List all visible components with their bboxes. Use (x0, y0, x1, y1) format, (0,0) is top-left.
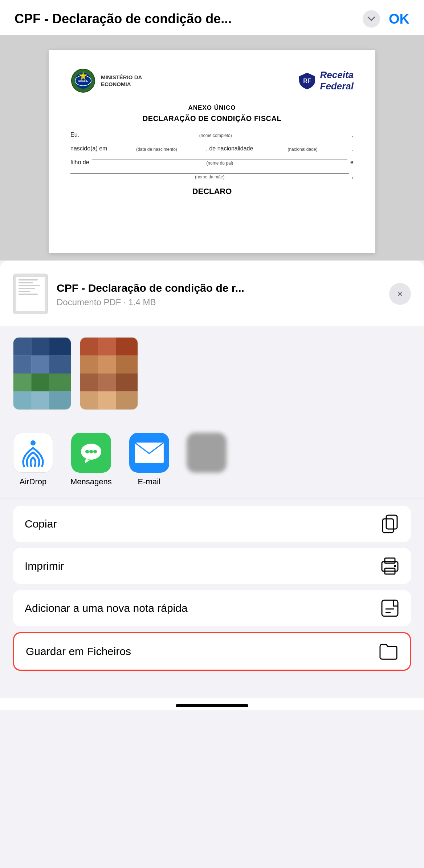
svg-rect-27 (80, 374, 98, 391)
pdf-main-title: DECLARAÇÃO DE CONDIÇÃO FISCAL (70, 114, 354, 123)
pdf-field-nascido: nascido(a) em (data de nascimento) , de … (70, 145, 354, 152)
action-list: Copiar Imprimir (0, 498, 424, 698)
copy-label: Copiar (25, 518, 57, 530)
svg-rect-23 (116, 338, 138, 355)
share-app-blurred[interactable] (187, 433, 227, 487)
svg-text:RF: RF (303, 78, 311, 84)
svg-rect-25 (98, 356, 116, 374)
svg-rect-14 (13, 374, 31, 391)
pdf-anexo-label: ANEXO ÚNICO (70, 104, 354, 112)
action-group-copy: Copiar (13, 506, 411, 542)
svg-rect-11 (13, 356, 31, 374)
email-label: E-mail (138, 477, 160, 487)
pdf-field-filho: filho de (nome do pai) e (70, 159, 354, 166)
share-info: CPF - Declaração de condição de r... Doc… (57, 281, 380, 307)
svg-rect-26 (116, 356, 138, 374)
note-icon (380, 599, 399, 618)
airdrop-app-icon (13, 433, 53, 473)
action-note[interactable]: Adicionar a uma nova nota rápida (13, 590, 411, 626)
svg-point-37 (93, 450, 97, 453)
ok-button[interactable]: OK (389, 11, 409, 27)
svg-point-46 (394, 565, 396, 567)
share-meta: Documento PDF · 1.4 MB (57, 297, 380, 307)
svg-rect-10 (49, 338, 71, 355)
home-bar (176, 704, 248, 707)
recent-thumbnails-row (0, 326, 424, 421)
svg-rect-8 (13, 338, 31, 355)
svg-rect-29 (116, 374, 138, 391)
svg-rect-17 (13, 391, 31, 409)
recent-thumb-1[interactable] (13, 337, 71, 410)
ministry-label: MINISTÉRIO DAECONOMIA (101, 74, 142, 88)
svg-rect-31 (98, 391, 116, 409)
svg-point-35 (85, 450, 89, 453)
rf-logo: RF ReceitaFederal (298, 69, 354, 92)
svg-rect-15 (31, 374, 49, 391)
action-print[interactable]: Imprimir (13, 548, 411, 584)
svg-rect-16 (49, 374, 71, 391)
svg-rect-47 (382, 600, 398, 616)
document-title: CPF - Declaração de condição de... (15, 11, 357, 27)
home-indicator (0, 698, 424, 710)
action-group-note: Adicionar a uma nova nota rápida (13, 590, 411, 626)
note-label: Adicionar a uma nova nota rápida (25, 602, 188, 614)
pdf-preview: BRASIL MINISTÉRIO DAECONOMIA RF ReceitaF… (0, 35, 424, 261)
svg-rect-30 (80, 391, 98, 409)
share-app-email[interactable]: E-mail (129, 433, 169, 487)
svg-rect-42 (383, 519, 394, 533)
share-filename: CPF - Declaração de condição de r... (57, 281, 380, 295)
share-sheet: CPF - Declaração de condição de r... Doc… (0, 261, 424, 868)
mail-app-icon (129, 433, 169, 473)
svg-rect-13 (49, 356, 71, 374)
share-document-thumbnail (13, 274, 48, 314)
svg-rect-24 (80, 356, 98, 374)
chevron-down-icon[interactable] (363, 10, 380, 28)
action-group-print: Imprimir (13, 548, 411, 584)
print-label: Imprimir (25, 560, 64, 572)
blurred-app-icon (187, 433, 227, 473)
svg-rect-32 (116, 391, 138, 409)
svg-text:BRASIL: BRASIL (78, 80, 88, 82)
folder-icon (379, 642, 398, 661)
svg-point-36 (89, 450, 93, 453)
share-app-airdrop[interactable]: AirDrop (13, 433, 53, 487)
share-close-button[interactable]: × (389, 283, 411, 305)
svg-marker-34 (85, 459, 90, 463)
mensagens-label: Mensagens (70, 477, 112, 487)
pdf-document: BRASIL MINISTÉRIO DAECONOMIA RF ReceitaF… (49, 50, 375, 253)
svg-rect-44 (385, 558, 395, 563)
airdrop-label: AirDrop (20, 477, 47, 487)
pdf-title-section: ANEXO ÚNICO DECLARAÇÃO DE CONDIÇÃO FISCA… (70, 104, 354, 123)
svg-rect-21 (80, 338, 98, 355)
svg-rect-41 (386, 515, 397, 529)
pdf-field-eu: Eu, (nome completo) , (70, 132, 354, 138)
share-app-mensagens[interactable]: Mensagens (70, 433, 112, 487)
action-copy[interactable]: Copiar (13, 506, 411, 542)
nav-bar: CPF - Declaração de condição de... OK (0, 0, 424, 35)
action-group-save-files: Guardar em Ficheiros (13, 632, 411, 671)
svg-rect-18 (31, 391, 49, 409)
svg-rect-9 (31, 338, 49, 355)
rf-text: ReceitaFederal (320, 69, 354, 92)
action-save-files[interactable]: Guardar em Ficheiros (14, 633, 410, 670)
svg-rect-22 (98, 338, 116, 355)
mensagens-app-icon (71, 433, 111, 473)
copy-icon (380, 514, 399, 533)
recent-thumb-2[interactable] (80, 337, 138, 410)
save-files-label: Guardar em Ficheiros (26, 645, 131, 658)
brazil-emblem-icon: BRASIL (70, 68, 96, 93)
svg-rect-19 (49, 391, 71, 409)
receita-federal-icon: RF (298, 71, 317, 90)
pdf-field-mae: (nome da mãe) , (70, 173, 354, 179)
print-icon (380, 557, 399, 576)
share-header: CPF - Declaração de condição de r... Doc… (0, 261, 424, 326)
svg-rect-28 (98, 374, 116, 391)
pdf-declare-label: DECLARO (70, 187, 354, 196)
app-share-row: AirDrop Mensagens (0, 421, 424, 498)
svg-rect-12 (31, 356, 49, 374)
